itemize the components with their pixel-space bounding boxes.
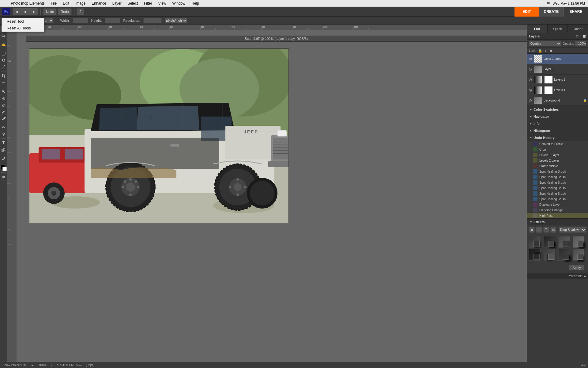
resolution-unit-select[interactable]: pixels/inch: [165, 18, 187, 23]
effects-frames-btn[interactable]: ▭: [550, 227, 556, 233]
info-options[interactable]: ››: [583, 122, 586, 125]
undo-button[interactable]: Undo: [43, 8, 57, 15]
context-menu-item-reset-tool[interactable]: Reset Tool: [2, 18, 44, 25]
tool-lasso[interactable]: [1, 57, 7, 63]
blend-mode-select[interactable]: Overlay Normal Multiply Screen Soft Ligh…: [529, 41, 561, 46]
tool-pencil[interactable]: [1, 109, 7, 115]
effects-text-btn[interactable]: T: [543, 227, 549, 233]
layer-row-levels2[interactable]: ◎ Levels 2: [527, 75, 588, 85]
opacity-input[interactable]: 100%: [575, 41, 586, 46]
menu-layer[interactable]: Layer: [109, 0, 125, 6]
effect-thumb-3[interactable]: [558, 236, 570, 248]
show-project-bin[interactable]: Show Project Bin: [2, 363, 26, 367]
effects-all-btn[interactable]: ■: [529, 227, 535, 233]
delete-layer-icon[interactable]: 🗑: [583, 34, 586, 38]
width-input[interactable]: [73, 18, 88, 23]
effects-header[interactable]: ▼ Effects ››: [527, 219, 588, 225]
undo-item-spot5[interactable]: Spot Healing Brush: [527, 191, 588, 196]
effects-options[interactable]: ››: [583, 220, 586, 224]
layer-mask-icon[interactable]: ○: [579, 34, 582, 38]
toolbar-mode-btn[interactable]: ■: [13, 8, 21, 15]
menu-filter[interactable]: Filter: [141, 0, 155, 6]
context-menu-item-reset-all[interactable]: Reset All Tools: [2, 25, 44, 32]
layer-row-1-copy[interactable]: ◎ Layer 1 copy: [527, 54, 588, 64]
menu-file[interactable]: File: [48, 0, 60, 6]
tool-zoom[interactable]: [1, 33, 7, 39]
tool-burn[interactable]: [1, 131, 7, 137]
layer-visibility-1[interactable]: ◎: [528, 67, 533, 71]
canvas-area[interactable]: 0 100 200 300 400 500: [7, 25, 527, 362]
effect-thumb-2[interactable]: [544, 236, 555, 248]
menu-edit[interactable]: Edit: [60, 0, 72, 6]
edit-mode-button[interactable]: EDIT: [514, 7, 539, 17]
effect-thumb-5[interactable]: [529, 249, 541, 261]
lock-img-icon[interactable]: ■: [549, 48, 553, 53]
navigator-header[interactable]: ► Navigator ››: [527, 113, 588, 120]
tool-brush[interactable]: [1, 115, 7, 121]
undo-item-duplicate[interactable]: Duplicate Layer: [527, 202, 588, 207]
redo-button[interactable]: Redo: [58, 8, 71, 15]
tool-crop[interactable]: [1, 73, 7, 79]
histogram-options[interactable]: ››: [583, 129, 586, 132]
effects-category-select[interactable]: Drop Shadows Bevels Glows Patterns: [559, 227, 586, 233]
undo-history-options[interactable]: ››: [583, 136, 586, 140]
tool-healing[interactable]: [1, 88, 7, 94]
layer-visibility-levels1[interactable]: ◎: [528, 88, 533, 92]
share-mode-button[interactable]: SHARE: [564, 7, 588, 17]
undo-item-levels2[interactable]: Levels 2 Layer: [527, 158, 588, 163]
undo-item-spot1[interactable]: Spot Healing Brush: [527, 169, 588, 174]
undo-item-blending[interactable]: Blending Change: [527, 207, 588, 213]
canvas-image[interactable]: JEEP: [29, 48, 289, 223]
apple-menu[interactable]: : [0, 1, 8, 6]
histogram-header[interactable]: ► Histogram ››: [527, 127, 588, 134]
color-swatches-header[interactable]: ► Color Swatches ››: [527, 106, 588, 113]
effect-thumb-1[interactable]: [529, 236, 541, 248]
undo-item-stamp[interactable]: Stamp Visible: [527, 163, 588, 169]
tool-straighten[interactable]: ─: [1, 79, 7, 86]
fg-bg-colors[interactable]: [1, 165, 7, 171]
tool-magic-wand[interactable]: [1, 64, 7, 70]
tool-color-picker[interactable]: [1, 155, 7, 162]
menu-window[interactable]: Window: [169, 0, 189, 6]
tool-smudge[interactable]: [1, 124, 7, 130]
new-layer-icon[interactable]: □: [576, 34, 579, 38]
tool-hand[interactable]: ✍: [1, 41, 7, 48]
layer-row-1[interactable]: ◎ Layer 1: [527, 64, 588, 75]
tool-clone[interactable]: [1, 95, 7, 101]
tab-guided[interactable]: Guided: [568, 25, 588, 33]
menu-enhance[interactable]: Enhance: [89, 0, 109, 6]
apply-effect-button[interactable]: Apply: [569, 265, 584, 270]
toolbar-mode-btn2[interactable]: ■: [21, 8, 30, 15]
tool-shape[interactable]: [1, 147, 7, 153]
undo-item-crop[interactable]: Crop: [527, 147, 588, 152]
info-header[interactable]: ► Info ››: [527, 120, 588, 127]
layer-row-levels1[interactable]: ◎ Levels 1: [527, 85, 588, 95]
lock-pos-icon[interactable]: ▸: [544, 48, 548, 53]
undo-item-levels1[interactable]: Levels 1 Layer: [527, 152, 588, 158]
canvas-wrapper[interactable]: Scan 9.tiff @ 100% (Layer 1 copy, RGB/8): [17, 30, 527, 362]
menu-view[interactable]: View: [155, 0, 169, 6]
palette-bin-button[interactable]: Palette Bin ▶: [527, 273, 588, 279]
effect-thumb-4[interactable]: [573, 236, 584, 248]
undo-history-header[interactable]: ▼ Undo History ››: [527, 134, 588, 141]
create-mode-button[interactable]: CREATE: [539, 7, 564, 17]
resolution-input[interactable]: [143, 18, 162, 23]
undo-item-spot4[interactable]: Spot Healing Brush: [527, 185, 588, 191]
toolbar-mode-btn3[interactable]: ■: [29, 8, 38, 15]
undo-item-spot2[interactable]: Spot Healing Brush: [527, 174, 588, 180]
undo-item-spot3[interactable]: Spot Healing Brush: [527, 180, 588, 185]
tool-marquee[interactable]: [1, 50, 7, 56]
tool-eraser[interactable]: [1, 102, 7, 108]
layer-visibility-levels2[interactable]: ◎: [528, 78, 533, 82]
menu-image[interactable]: Image: [72, 0, 89, 6]
effect-thumb-6[interactable]: [544, 249, 555, 261]
menu-select[interactable]: Select: [125, 0, 141, 6]
layer-visibility-1-copy[interactable]: ◎: [528, 57, 533, 61]
undo-item-highpass[interactable]: High Pass: [527, 213, 588, 218]
menu-help[interactable]: Help: [188, 0, 202, 6]
undo-item-spot6[interactable]: Spot Healing Brush: [527, 196, 588, 202]
effects-photo-btn[interactable]: □: [536, 227, 542, 233]
height-input[interactable]: [105, 18, 120, 23]
tool-text[interactable]: T: [1, 140, 7, 146]
navigator-options[interactable]: ››: [583, 115, 586, 118]
